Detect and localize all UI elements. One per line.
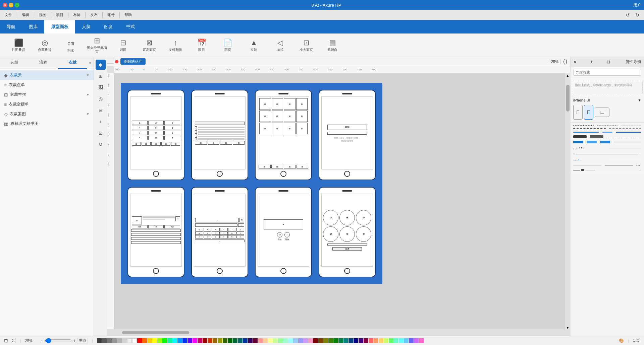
lp-item-textbook[interactable]: ▦ 衣裁理文缺书图 [0,119,94,129]
rp-style-gray1[interactable]: •• •• [571,163,644,168]
palette-swatch[interactable] [369,338,373,343]
rp-phone-portrait1[interactable] [573,105,583,120]
tool-grid[interactable]: ⊟ 叫网 [111,37,135,53]
tool-page-setup[interactable]: ⊠ 置发面页 [138,37,161,53]
rp-copy-icon[interactable]: ⊡ [607,60,610,64]
palette-swatch[interactable] [193,338,197,343]
palette-swatch[interactable] [359,338,363,343]
palette-swatch[interactable] [198,338,202,343]
palette-swatch[interactable] [102,338,107,343]
palette-swatch[interactable] [137,338,142,343]
maximize-button[interactable]: □ [15,3,19,7]
palette-swatch[interactable] [338,338,343,343]
palette-swatch[interactable] [318,338,323,343]
menu-layout[interactable]: 布局 [71,11,83,19]
rp-style-lines[interactable]: •• [571,168,644,172]
tool-pagesize[interactable]: ⊡ 小大面页 [294,37,318,53]
menu-edit[interactable]: 编辑 [20,11,31,19]
tool-water[interactable]: ㎝ 叫水 [59,37,83,54]
palette-swatch[interactable] [364,338,368,343]
rp-style-dots2[interactable]: •• • •• • •• [571,157,644,163]
palette-swatch[interactable] [384,338,388,343]
palette-swatch[interactable] [394,338,398,343]
rp-close-icon[interactable]: ✕ [573,60,577,64]
palette-swatch[interactable] [223,338,227,343]
palette-swatch[interactable] [288,338,293,343]
zoom-minus[interactable]: − [41,338,44,343]
palette-swatch[interactable] [283,338,288,343]
palette-swatch[interactable] [399,338,404,343]
palette-swatch[interactable] [107,338,112,343]
lp-item-case[interactable]: ◇ 衣裁案图 ▼ [0,109,94,119]
close-button[interactable]: × [3,3,7,7]
palette-swatch[interactable] [97,338,102,343]
palette-swatch[interactable] [303,338,308,343]
zoom-slider[interactable] [45,338,72,343]
si-layers[interactable]: ◎ [96,94,106,104]
palette-swatch[interactable] [409,338,414,343]
lp-item-sky[interactable]: ◆ 衣裁天 ▼ [0,70,94,80]
expand-icon[interactable]: ⟨⟩ [563,58,568,65]
rp-style-blue1[interactable] [571,130,644,134]
palette-swatch[interactable] [258,338,263,343]
palette-swatch[interactable] [233,338,237,343]
zoom-plus[interactable]: + [73,338,76,343]
lp-item-swing[interactable]: ⊞ 衣裁空摆 ▼ [0,90,94,99]
si-image[interactable]: 🖼 [96,82,106,92]
palette-swatch[interactable] [177,338,182,343]
canvas-viewport[interactable]: 1 2 3 4 5 6 7 8 9 * 0 # [114,73,565,330]
tool-calendar[interactable]: 📅 眼日 [190,37,213,53]
menu-project[interactable]: 项目 [54,11,65,19]
menu-help[interactable]: 帮助 [122,11,134,19]
palette-swatch[interactable] [328,338,333,343]
si-interact[interactable]: ↺ [96,139,106,149]
lp-item-menu[interactable]: ≡ 衣裁点单 [0,80,94,90]
tool-direction[interactable]: ◁ 向式 [268,37,292,53]
rp-add-icon[interactable]: + [590,60,593,64]
tab-prototype[interactable]: 原型面板 [44,20,75,33]
palette-swatch[interactable] [208,338,212,343]
tab-widget[interactable]: 衣裁 [58,57,87,69]
redo-button[interactable]: ↻ [633,11,641,19]
menu-file[interactable]: 文件 [3,11,14,19]
lp-item-swing-menu[interactable]: ≡ 衣裁空摆单 [0,99,94,109]
palette-swatch[interactable] [278,338,283,343]
palette-swatch[interactable] [117,338,122,343]
si-master[interactable]: ⊟ [96,105,106,115]
tool-stand[interactable]: ▲ 立制 [242,37,266,53]
canvas-zoom[interactable]: 25% [549,59,561,64]
palette-swatch[interactable] [298,338,303,343]
scroll-up-arrow[interactable]: ▲ [565,73,570,78]
palette-swatch[interactable] [348,338,353,343]
tab-selection[interactable]: 选组 [0,57,29,69]
palette-swatch[interactable] [147,338,152,343]
rp-style-dashed2[interactable] [571,127,644,130]
palette-swatch[interactable] [419,338,424,343]
palette-swatch[interactable] [293,338,298,343]
palette-swatch[interactable] [379,338,383,343]
scroll-thumb-h[interactable] [122,331,189,334]
palette-swatch[interactable] [203,338,207,343]
tab-brain[interactable]: 人脑 [75,20,97,33]
palette-swatch[interactable] [238,338,243,343]
si-expand[interactable]: ↕ [96,117,106,127]
palette-swatch[interactable] [308,338,313,343]
panel-collapse-btn[interactable]: » [87,57,94,69]
palette-swatch[interactable] [243,338,248,343]
palette-swatch[interactable] [343,338,348,343]
si-components[interactable]: ⊞ [96,71,106,81]
canvas-scrollbar-v[interactable]: ▲ ▼ [565,73,570,330]
tool-link[interactable]: ↑ 友料翻接 [164,37,187,53]
palette-swatch[interactable] [182,338,187,343]
rp-style-black1[interactable] [571,134,644,139]
palette-swatch[interactable] [112,338,117,343]
canvas-scrollbar-h[interactable] [114,329,570,336]
palette-swatch[interactable] [333,338,338,343]
palette-swatch[interactable] [142,338,147,343]
palette-swatch[interactable] [127,338,132,343]
color-picker-icon[interactable]: 🎨 [619,338,624,343]
si-select[interactable]: ◆ [96,60,106,70]
rp-search-input[interactable] [573,69,641,76]
tab-library[interactable]: 图库 [22,20,44,33]
palette-swatch[interactable] [374,338,378,343]
